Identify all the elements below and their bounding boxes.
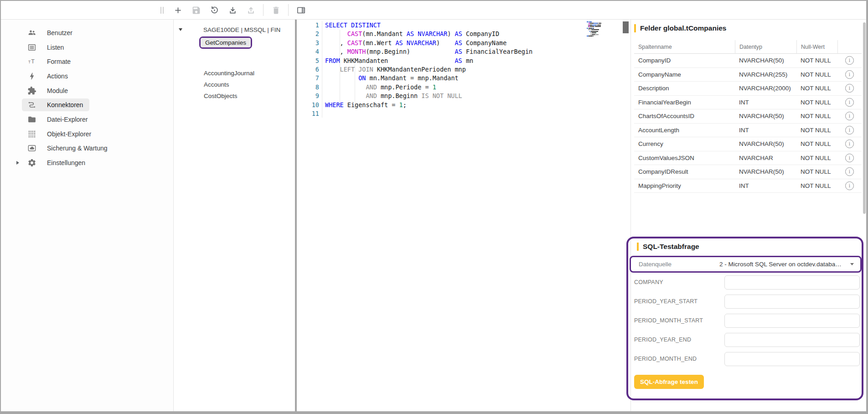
tree-item-costobjects[interactable]: CostObjects	[204, 90, 238, 102]
cell-spaltenname: ChartsOfAccountsID	[634, 113, 735, 119]
param-label: PERIOD_YEAR_START	[634, 295, 698, 309]
sql-test-button[interactable]: SQL-Abfrage testen	[634, 375, 704, 389]
datasource-label: Datenquelle	[631, 261, 719, 268]
code-line[interactable]: 10WHERE Eigenschaft = 1;	[297, 101, 630, 109]
panel-scrollbar-thumb[interactable]	[863, 22, 866, 214]
sidebar-item-inner: Einstellungen	[22, 156, 92, 169]
sidebar-item-datei-explorer[interactable]: Datei-Explorer	[1, 112, 173, 127]
sidebar-item-actions[interactable]: Actions	[1, 69, 173, 83]
toolbar-icons	[160, 1, 307, 19]
toolbar	[1, 1, 866, 20]
code-line[interactable]: 6 LEFT JOIN KHKMandantenPerioden mnp	[297, 65, 630, 74]
tree-item-accounts[interactable]: Accounts	[204, 79, 229, 90]
param-row-period-month-start: PERIOD_MONTH_START	[634, 314, 860, 328]
line-number: 1	[297, 21, 319, 30]
tree-item-accountingjournal[interactable]: AccountingJournal	[204, 67, 254, 79]
cell-spaltenname: CompanyID	[634, 57, 735, 64]
param-input-period-month-end[interactable]	[724, 352, 860, 366]
code-text: , CAST(mn.Wert AS NVARCHAR) AS CompanyNa…	[325, 39, 506, 47]
cell-spaltenname: CompanyIDResult	[634, 168, 735, 175]
minimap-line	[587, 29, 604, 30]
code-line[interactable]: 2 CAST(mn.Mandant AS NVARCHAR) AS Compan…	[297, 30, 630, 38]
drag-handle-icon[interactable]	[160, 7, 164, 14]
param-input-company[interactable]	[724, 275, 860, 290]
editor-scrollbar-thumb[interactable]	[623, 21, 629, 33]
cell-spaltenname: Description	[634, 85, 735, 92]
info-icon[interactable]: i	[845, 112, 854, 120]
minimap-segment	[599, 23, 601, 24]
column-header-datentyp: Datentyp	[735, 40, 796, 54]
split-view-button[interactable]	[295, 4, 307, 16]
table-row: ChartsOfAccountsIDNVARCHAR(50)NOT NULLi	[634, 109, 862, 124]
info-icon[interactable]: i	[845, 56, 854, 65]
info-icon[interactable]: i	[845, 98, 854, 107]
minimap-segment	[596, 32, 596, 33]
sidebar-item-benutzer[interactable]: Benutzer	[1, 26, 173, 40]
param-input-period-year-start[interactable]	[724, 295, 860, 309]
info-icon[interactable]: i	[845, 84, 854, 93]
save-icon	[191, 5, 201, 15]
sidebar-item-objekt-explorer[interactable]: Objekt-Explorer	[1, 127, 173, 141]
table-row: CustomValuesJSONNVARCHARNOT NULLi	[634, 151, 862, 166]
param-input-period-month-start[interactable]	[724, 314, 860, 328]
cell-datentyp: NVARCHAR(50)	[735, 57, 796, 64]
sidebar-item-label: Actions	[47, 72, 68, 80]
code-line[interactable]: 9 AND mnp.Beginn IS NOT NULL	[297, 92, 630, 100]
info-icon[interactable]: i	[845, 126, 854, 135]
minimap-line	[587, 26, 604, 27]
download-button[interactable]	[227, 4, 238, 16]
sidebar-item-listen[interactable]: Listen	[1, 40, 173, 55]
code-line[interactable]: 5FROM KHKMandanten AS mn	[297, 57, 630, 65]
minimap-segment	[587, 36, 589, 36]
code-line[interactable]: 4 , MONTH(mnp.Beginn) AS FinancialYearBe…	[297, 47, 630, 56]
users-icon	[27, 28, 36, 37]
info-icon[interactable]: i	[845, 154, 854, 162]
sidebar-item-sicherung-wartung[interactable]: Sicherung & Wartung	[1, 141, 173, 156]
sql-editor[interactable]: 1SELECT DISTINCT2 CAST(mn.Mandant AS NVA…	[297, 20, 630, 411]
code-text: ON mn.Mandant = mnp.Mandant	[325, 74, 459, 83]
right-panel: Felder global.tCompanies SpaltennameDate…	[631, 20, 866, 411]
cell-datentyp: NVARCHAR(255)	[735, 71, 796, 78]
table-row: CompanyIDNVARCHAR(50)NOT NULLi	[634, 54, 862, 68]
cell-null-wert: NOT NULL	[796, 85, 837, 92]
code-line[interactable]: 8 AND mnp.Periode = 1	[297, 83, 630, 92]
info-icon[interactable]: i	[845, 70, 854, 79]
history-button[interactable]	[208, 4, 220, 16]
code-line[interactable]: 7 ON mn.Mandant = mnp.Mandant	[297, 74, 630, 83]
tree-root-sage100de[interactable]: SAGE100DE | MSSQL | FIN	[174, 24, 280, 36]
sidebar-item-einstellungen[interactable]: Einstellungen	[1, 155, 173, 170]
column-header-info	[837, 40, 862, 54]
code-line[interactable]: 11	[297, 109, 630, 118]
sidebar-item-module[interactable]: Module	[1, 83, 173, 98]
param-label: PERIOD_MONTH_START	[634, 314, 703, 328]
column-header-null-wert: Null-Wert	[796, 40, 837, 54]
table-row: FinancialYearBeginINTNOT NULLi	[634, 96, 862, 110]
sidebar-item-inner: Konnektoren	[22, 98, 89, 111]
sidebar-item-inner: Module	[22, 84, 74, 97]
tree-item-getcompanies[interactable]: GetCompanies	[201, 38, 251, 47]
info-icon[interactable]: i	[845, 181, 854, 190]
line-number: 4	[297, 47, 319, 56]
cell-spaltenname: CompanyName	[634, 71, 735, 78]
upload-button	[245, 4, 257, 16]
cell-datentyp: NVARCHAR(50)	[735, 113, 796, 119]
info-icon[interactable]: i	[845, 140, 854, 148]
datasource-dropdown[interactable]: Datenquelle 2 - Microsoft SQL Server on …	[630, 256, 862, 273]
collapse-arrow-icon[interactable]	[179, 28, 182, 31]
line-number: 9	[297, 92, 319, 100]
code-line[interactable]: 3 , CAST(mn.Wert AS NVARCHAR) AS Company…	[297, 39, 630, 47]
grid-icon	[27, 129, 36, 139]
sidebar-item-formate[interactable]: TTFormate	[1, 54, 173, 69]
table-row: MappingPriorityINTNOT NULLi	[634, 179, 862, 193]
minimap[interactable]	[587, 21, 604, 39]
cell-info: i	[837, 167, 862, 176]
svg-text:T: T	[31, 58, 35, 65]
code-line[interactable]: 1SELECT DISTINCT	[297, 21, 630, 30]
chevron-right-icon[interactable]	[16, 161, 19, 165]
cell-null-wert: NOT NULL	[796, 182, 837, 189]
add-button[interactable]	[172, 4, 184, 16]
sidebar: BenutzerListenTTFormateActionsModuleKonn…	[1, 20, 173, 411]
info-icon[interactable]: i	[845, 167, 854, 176]
param-input-period-year-end[interactable]	[724, 333, 860, 347]
sidebar-item-konnektoren[interactable]: Konnektoren	[1, 98, 173, 112]
